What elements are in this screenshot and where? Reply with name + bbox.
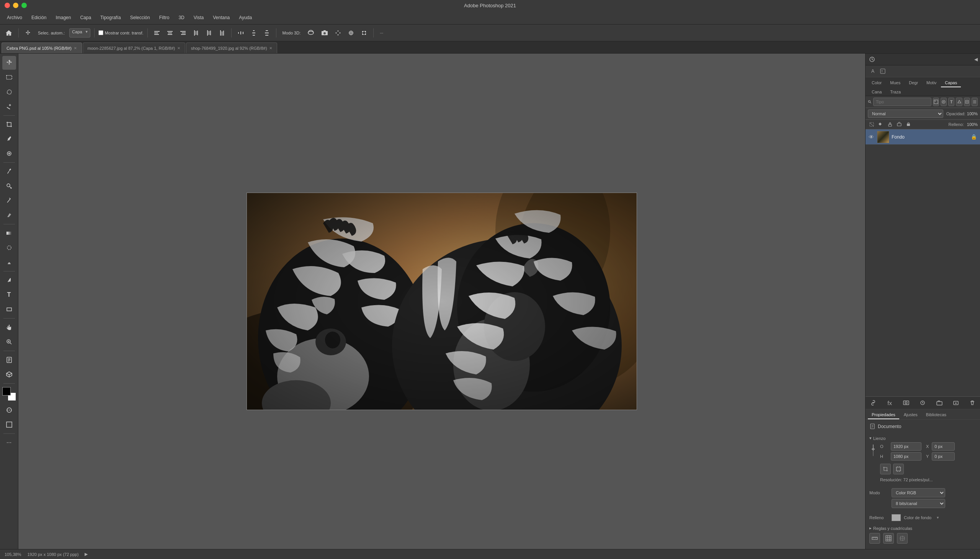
quick-mask[interactable] [2,403,16,417]
lock-position[interactable] [886,121,894,128]
layer-filter-shape[interactable] [956,98,962,106]
magic-wand-tool[interactable] [2,99,16,113]
align-left[interactable] [152,29,162,37]
menu-imagen[interactable]: Imagen [52,13,74,22]
align-bottom[interactable] [216,29,227,37]
panel-tab-color[interactable]: Color [868,79,886,87]
history-brush-tool[interactable] [2,194,16,208]
panel-tab-capas[interactable]: Capas [941,79,961,87]
pen-tool[interactable] [2,273,16,287]
screen-mode[interactable] [2,418,16,432]
menu-capa[interactable]: Capa [76,13,95,22]
props-tab-libraries[interactable]: Bibliotecas [922,411,950,419]
crop-tool[interactable] [2,117,16,131]
modo-select[interactable]: Color RGB [892,488,945,497]
layer-name[interactable]: Fondo [892,134,968,140]
fill-color-swatch[interactable] [892,514,901,521]
link-layers-btn[interactable] [869,398,878,407]
text-tool[interactable]: T [2,288,16,302]
lock-artboard[interactable] [896,121,903,128]
menu-ayuda[interactable]: Ayuda [235,13,256,22]
fill-value[interactable]: 100% [967,122,978,127]
close-button[interactable] [5,3,10,8]
tab-moon-close[interactable]: × [177,46,180,51]
align-center[interactable] [165,29,175,37]
menu-archivo[interactable]: Archivo [3,13,26,22]
tab-cebra[interactable]: Cebra PNG.psd al 105% (RGB/8#) × [2,43,82,53]
3d-rotate[interactable] [305,28,317,38]
menu-edicion[interactable]: Edición [28,13,50,22]
hand-tool[interactable] [2,321,16,334]
panel-tab-degr[interactable]: Degr [905,79,922,87]
panel-icon-text[interactable]: T [879,67,887,75]
toolbar-move-icon[interactable] [23,29,33,37]
panel-tab-cana[interactable]: Cana [868,88,886,96]
blur-tool[interactable] [2,241,16,255]
props-tab-adjustments[interactable]: Ajustes [900,411,921,419]
color-swatches[interactable] [2,387,16,401]
documento-header[interactable]: Documento [869,422,976,431]
show-transform-controls[interactable]: Mostrar contr. transf. [98,30,144,35]
lock-image[interactable] [877,121,885,128]
add-mask-btn[interactable] [902,398,911,407]
blend-mode-select[interactable]: Normal [868,109,943,118]
menu-ventana[interactable]: Ventana [209,13,233,22]
canvas-x-input[interactable] [932,442,955,451]
dist-h[interactable] [235,29,246,37]
brush-tool[interactable] [2,165,16,179]
tab-shop-close[interactable]: × [269,46,273,51]
layer-filter-text[interactable]: T [948,98,954,106]
add-adjustment-btn[interactable] [918,398,927,407]
layer-filter-adjust[interactable] [940,98,947,106]
eraser-tool[interactable] [2,208,16,222]
3d-pan[interactable] [333,29,344,37]
dist-v2[interactable] [261,29,272,37]
move-tool[interactable] [2,56,16,70]
delete-layer-btn[interactable] [968,398,977,407]
layer-filter-pixel[interactable] [933,98,939,106]
menu-vista[interactable]: Vista [190,13,208,22]
lock-all[interactable] [905,121,912,128]
tab-shop[interactable]: shop-768499_1920.jpg al 92% (RGB/8#) × [186,43,277,53]
panel-icon-type[interactable]: A [869,67,877,75]
menu-seleccion[interactable]: Selección [126,13,154,22]
shape-tool[interactable] [2,303,16,316]
eyedropper-tool[interactable] [2,132,16,146]
align-top[interactable] [191,29,202,37]
heal-tool[interactable] [2,147,16,160]
ruler-btn[interactable] [869,533,880,544]
transform-checkbox[interactable] [98,30,103,35]
layer-row-fondo[interactable]: 👁 Fondo 🔒 [866,129,980,145]
tab-moon[interactable]: moon-2285627.jpg al 87,2% (Capa 1, RGB/8… [83,43,185,53]
bits-select[interactable]: 8 bits/canal [892,499,945,508]
align-middle-v[interactable] [204,29,214,37]
3d-tool[interactable] [2,367,16,381]
dist-v[interactable] [248,29,259,37]
panel-tab-traza[interactable]: Traza [886,88,905,96]
reglas-header[interactable]: ▸ Reglas y cuadrículas [869,526,976,531]
canvas-link-icon[interactable] [869,442,877,456]
canvas-artboard-btn[interactable] [893,464,904,475]
maximize-button[interactable] [21,3,27,8]
auto-select-dropdown[interactable]: Capa ▼ [69,28,90,38]
canvas-width-input[interactable] [891,442,921,451]
3d-camera[interactable] [319,28,331,38]
more-tools[interactable]: ··· [2,436,16,450]
align-right[interactable] [178,29,188,37]
layer-visibility-toggle[interactable]: 👁 [869,134,875,140]
menu-filtro[interactable]: Filtro [155,13,174,22]
canvas-area[interactable] [18,54,865,549]
lock-transparent[interactable] [868,121,876,128]
layer-filter-smart[interactable] [964,98,970,106]
dodge-tool[interactable] [2,255,16,269]
add-layer-btn[interactable] [951,398,960,407]
3d-slide[interactable] [346,29,356,37]
add-style-btn[interactable]: fx [885,398,894,407]
rect-select-tool[interactable] [2,70,16,84]
grid-btn[interactable] [883,533,894,544]
toolbar-home[interactable] [3,28,15,38]
props-tab-properties[interactable]: Propiedades [868,411,899,419]
menu-3d[interactable]: 3D [175,13,188,22]
canvas-y-input[interactable] [932,452,955,461]
layer-filter-toggle[interactable] [972,98,978,106]
